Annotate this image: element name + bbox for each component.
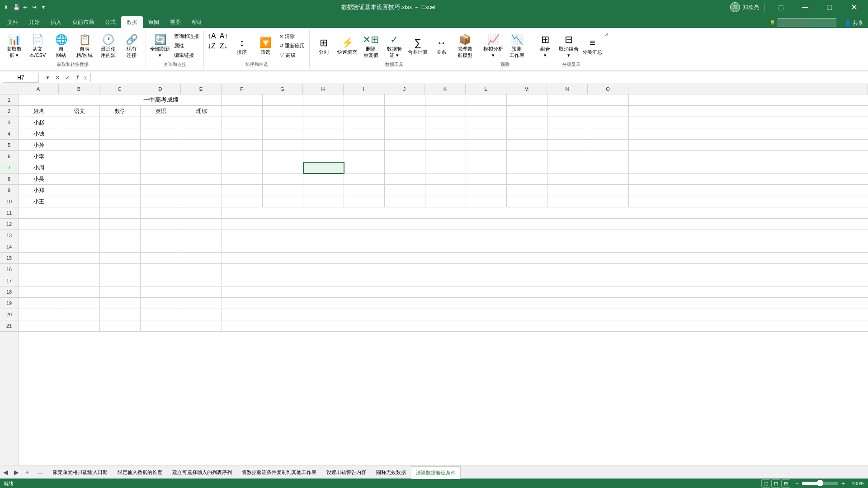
cell-K5[interactable] <box>425 140 466 151</box>
group-button[interactable]: ⊞ 组合▾ <box>534 32 557 61</box>
cell-B16[interactable] <box>59 264 100 275</box>
cell-J5[interactable] <box>385 140 425 151</box>
cell-D16[interactable] <box>141 264 181 275</box>
cell-M6[interactable] <box>507 151 547 162</box>
cell-A16[interactable] <box>19 264 59 275</box>
cell-F3[interactable] <box>222 117 263 128</box>
row-header-6[interactable]: 6 <box>0 151 18 162</box>
cell-B5[interactable] <box>59 140 100 151</box>
tab-home[interactable]: 开始 <box>24 16 45 28</box>
cell-K1[interactable] <box>425 94 466 106</box>
cell-D11[interactable] <box>141 207 181 219</box>
sheet-tab-error[interactable]: 设置出错警告内容 <box>321 466 371 479</box>
outline-expand-button[interactable]: ⊿ <box>604 32 609 39</box>
row-header-17[interactable]: 17 <box>0 275 18 286</box>
cell-reference-box[interactable]: H7 <box>3 73 39 83</box>
cell-E12[interactable] <box>181 219 222 230</box>
zoom-in-button[interactable]: ＋ <box>840 479 846 488</box>
cell-C16[interactable] <box>100 264 141 275</box>
cell-D2[interactable]: 英语 <box>141 106 181 117</box>
clear-button[interactable]: ✕ 清除 <box>278 32 307 41</box>
cell-C2[interactable]: 数学 <box>100 106 141 117</box>
share-button[interactable]: 👤 共享 <box>844 19 863 27</box>
cell-C18[interactable] <box>100 286 141 298</box>
col-header-L[interactable]: L <box>466 84 506 94</box>
cell-N3[interactable] <box>547 117 588 128</box>
close-button[interactable]: ✕ <box>844 0 864 14</box>
cell-H9[interactable] <box>303 185 344 196</box>
from-text-csv-button[interactable]: 📄 从文本/CSV <box>26 32 49 61</box>
cell-C4[interactable] <box>100 128 141 140</box>
cell-M2[interactable] <box>507 106 547 117</box>
cell-A8[interactable]: 小吴 <box>19 174 59 185</box>
confirm-formula-button[interactable]: ✓ <box>63 74 71 82</box>
add-sheet-button[interactable]: ＋ <box>22 467 33 478</box>
row-header-4[interactable]: 4 <box>0 128 18 140</box>
user-area[interactable]: 郑 郑欣亮 <box>730 2 759 12</box>
what-if-analysis-button[interactable]: 📈 模拟分析▾ <box>482 32 505 61</box>
cell-H5[interactable] <box>303 140 344 151</box>
cell-D19[interactable] <box>141 298 181 309</box>
cell-B10[interactable] <box>59 196 100 207</box>
cell-M8[interactable] <box>507 174 547 185</box>
cell-C13[interactable] <box>100 230 141 241</box>
row-header-2[interactable]: 2 <box>0 106 18 117</box>
cell-D17[interactable] <box>141 275 181 286</box>
cell-C17[interactable] <box>100 275 141 286</box>
cell-O9[interactable] <box>588 185 629 196</box>
cell-K8[interactable] <box>425 174 466 185</box>
col-header-N[interactable]: N <box>547 84 588 94</box>
cell-B7[interactable] <box>59 162 100 174</box>
col-header-D[interactable]: D <box>140 84 181 94</box>
row-header-16[interactable]: 16 <box>0 264 18 275</box>
cell-C3[interactable] <box>100 117 141 128</box>
cell-D12[interactable] <box>141 219 181 230</box>
cell-I3[interactable] <box>344 117 385 128</box>
cell-K9[interactable] <box>425 185 466 196</box>
cell-E18[interactable] <box>181 286 222 298</box>
flash-fill-button[interactable]: ⚡ 快速填充 <box>336 32 359 61</box>
cell-O10[interactable] <box>588 196 629 207</box>
cell-A4[interactable]: 小钱 <box>19 128 59 140</box>
row-header-21[interactable]: 21 <box>0 320 18 332</box>
cell-G10[interactable] <box>263 196 303 207</box>
cell-C6[interactable] <box>100 151 141 162</box>
tab-page-layout[interactable]: 页面布局 <box>67 16 99 28</box>
manage-data-model-button[interactable]: 📦 管理数据模型 <box>453 32 476 61</box>
sort-desc-button[interactable]: ↓Z <box>207 42 217 51</box>
cell-H8[interactable] <box>303 174 344 185</box>
cell-E3[interactable] <box>181 117 222 128</box>
cell-K2[interactable] <box>425 106 466 117</box>
cell-F2[interactable] <box>222 106 263 117</box>
cell-F1[interactable] <box>222 94 263 106</box>
col-header-F[interactable]: F <box>222 84 262 94</box>
cell-B2[interactable]: 语文 <box>59 106 100 117</box>
cell-M5[interactable] <box>507 140 547 151</box>
cell-B3[interactable] <box>59 117 100 128</box>
cell-J4[interactable] <box>385 128 425 140</box>
select-all-button[interactable] <box>0 84 18 94</box>
zoom-out-button[interactable]: － <box>794 479 800 488</box>
row-header-15[interactable]: 15 <box>0 253 18 264</box>
cell-G6[interactable] <box>263 151 303 162</box>
save-button[interactable]: 💾 <box>13 4 20 11</box>
cell-D4[interactable] <box>141 128 181 140</box>
ungroup-button[interactable]: ⊟ 取消组合▾ <box>557 32 580 61</box>
cell-L2[interactable] <box>466 106 507 117</box>
cell-J6[interactable] <box>385 151 425 162</box>
cell-J7[interactable] <box>385 162 425 174</box>
sheet-tab-length[interactable]: 限定输入数据的长度 <box>113 466 167 479</box>
properties-button[interactable]: 属性 <box>172 41 201 50</box>
cell-B15[interactable] <box>59 253 100 264</box>
cell-A5[interactable]: 小孙 <box>19 140 59 151</box>
cell-H1[interactable] <box>303 94 344 106</box>
minimize-button[interactable]: ─ <box>795 0 816 14</box>
cell-G1[interactable] <box>263 94 303 106</box>
col-header-J[interactable]: J <box>384 84 425 94</box>
tab-insert[interactable]: 插入 <box>45 16 67 28</box>
sort-za-button[interactable]: Z↓ <box>219 42 229 51</box>
sheet-tab-list[interactable]: 建立可选择输入的列表序列 <box>167 466 237 479</box>
cell-A11[interactable] <box>19 207 59 219</box>
tab-formulas[interactable]: 公式 <box>99 16 121 28</box>
cell-C15[interactable] <box>100 253 141 264</box>
